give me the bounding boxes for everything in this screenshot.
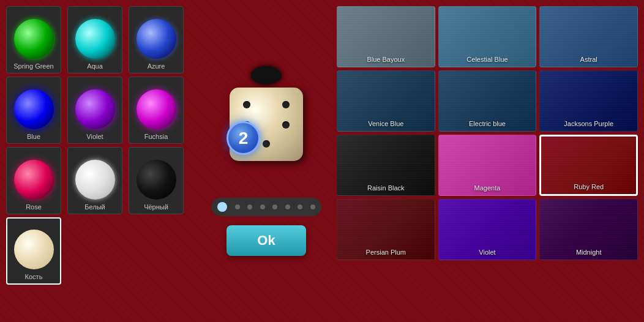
sphere-fuchsia bbox=[137, 89, 176, 129]
dice-color-panel: Spring GreenAquaAzureBlueVioletFuchsiaRo… bbox=[6, 6, 196, 316]
felt-color-midnight[interactable]: Midnight bbox=[539, 199, 638, 260]
dice-color-black[interactable]: Чёрный bbox=[129, 147, 184, 214]
dice-color-label-white: Белый bbox=[84, 203, 105, 211]
sphere-blue bbox=[14, 89, 54, 129]
main-container: Spring GreenAquaAzureBlueVioletFuchsiaRo… bbox=[0, 0, 644, 322]
dice-preview-panel: 2 Ok bbox=[199, 6, 334, 316]
felt-color-label-magenta: Magenta bbox=[474, 184, 501, 192]
felt-color-label-midnight: Midnight bbox=[576, 249, 602, 256]
felt-color-astral[interactable]: Astral bbox=[539, 6, 638, 67]
felt-color-blue-bayoux[interactable]: Blue Bayoux bbox=[337, 6, 435, 67]
felt-color-raisin-black[interactable]: Raisin Black bbox=[337, 135, 435, 196]
slider-dot-1[interactable] bbox=[217, 202, 227, 212]
dice-color-bone[interactable]: Кость bbox=[6, 217, 61, 285]
dice-color-label-blue: Blue bbox=[27, 133, 40, 140]
dice-color-spring-green[interactable]: Spring Green bbox=[6, 6, 61, 73]
dice-color-label-spring-green: Spring Green bbox=[13, 62, 53, 70]
dice-color-white[interactable]: Белый bbox=[67, 147, 122, 214]
dice-color-blue[interactable]: Blue bbox=[6, 77, 61, 144]
dice-3d: 2 bbox=[230, 88, 303, 161]
slider-dot-2[interactable] bbox=[235, 204, 240, 209]
sphere-spring-green bbox=[14, 19, 54, 59]
slider-dot-5[interactable] bbox=[272, 204, 277, 209]
felt-color-venice-blue[interactable]: Venice Blue bbox=[337, 70, 435, 132]
dice-color-label-rose: Rose bbox=[26, 203, 42, 211]
slider-dot-4[interactable] bbox=[260, 204, 265, 209]
dice-color-label-bone: Кость bbox=[25, 273, 43, 280]
felt-color-jacksons-purple[interactable]: Jacksons Purple bbox=[539, 70, 638, 132]
felt-color-label-violet: Violet bbox=[479, 249, 495, 256]
felt-color-celestial-blue[interactable]: Celestial Blue bbox=[438, 6, 537, 67]
felt-color-label-jacksons-purple: Jacksons Purple bbox=[564, 120, 613, 127]
dice-color-rose[interactable]: Rose bbox=[6, 147, 61, 214]
slider-dot-7[interactable] bbox=[298, 204, 302, 209]
hole-circle bbox=[251, 66, 282, 84]
dice-color-label-azure: Azure bbox=[148, 62, 165, 70]
sphere-bone bbox=[14, 230, 54, 269]
slider-dots bbox=[217, 202, 315, 212]
number-badge: 2 bbox=[227, 121, 260, 155]
dice-color-fuchsia[interactable]: Fuchsia bbox=[129, 77, 184, 144]
felt-color-magenta[interactable]: Magenta bbox=[438, 135, 537, 196]
sphere-black bbox=[137, 160, 176, 200]
felt-color-label-blue-bayoux: Blue Bayoux bbox=[367, 56, 405, 63]
dice-color-label-violet: Violet bbox=[86, 133, 103, 140]
felt-color-label-raisin-black: Raisin Black bbox=[367, 184, 405, 192]
dice-color-label-aqua: Aqua bbox=[87, 62, 103, 70]
felt-color-label-ruby-red: Ruby Red bbox=[574, 183, 604, 190]
felt-color-label-persian-plum: Persian Plum bbox=[366, 249, 406, 256]
sphere-rose bbox=[14, 160, 54, 200]
felt-color-panel: Blue BayouxCelestial BlueAstralVenice Bl… bbox=[337, 6, 638, 316]
felt-color-label-astral: Astral bbox=[580, 56, 597, 63]
sphere-azure bbox=[137, 19, 176, 59]
sphere-violet bbox=[75, 89, 115, 129]
felt-color-violet[interactable]: Violet bbox=[438, 199, 537, 260]
felt-color-label-electric-blue: Electric blue bbox=[469, 120, 506, 127]
slider-container[interactable] bbox=[211, 198, 321, 216]
felt-color-label-celestial-blue: Celestial Blue bbox=[466, 56, 507, 63]
slider-dot-3[interactable] bbox=[247, 204, 252, 209]
slider-dot-8[interactable] bbox=[310, 204, 315, 209]
dice-color-azure[interactable]: Azure bbox=[129, 6, 184, 73]
dice-color-label-black: Чёрный bbox=[144, 203, 168, 211]
slider-dot-6[interactable] bbox=[285, 204, 290, 209]
felt-color-electric-blue[interactable]: Electric blue bbox=[438, 70, 537, 132]
felt-color-label-venice-blue: Venice Blue bbox=[368, 120, 403, 127]
dice-color-violet[interactable]: Violet bbox=[67, 77, 122, 144]
felt-color-ruby-red[interactable]: Ruby Red bbox=[539, 135, 638, 196]
dice-color-label-fuchsia: Fuchsia bbox=[144, 133, 168, 140]
dice-preview-container: 2 bbox=[223, 66, 309, 189]
sphere-aqua bbox=[75, 19, 115, 59]
ok-button[interactable]: Ok bbox=[227, 225, 306, 256]
dice-color-aqua[interactable]: Aqua bbox=[67, 6, 122, 73]
felt-color-persian-plum[interactable]: Persian Plum bbox=[337, 199, 435, 260]
sphere-white bbox=[75, 160, 115, 200]
